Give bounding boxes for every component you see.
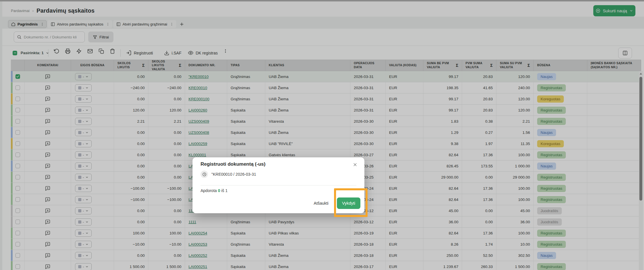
modal-title: Registruoti dokumentą (-us) [201,161,266,167]
app-window: Pardavimai › Pardavimų sąskaitos Sukurti… [0,0,644,270]
modal-divider [201,185,356,185]
modal-backdrop[interactable] [0,0,644,270]
pending-clock-icon [201,171,208,178]
document-queue-item: "KRE00010 / 2026-03-31 [201,171,256,178]
progress-text: Apdorota 0 iš 1 [201,188,227,193]
document-item-label: "KRE00010 / 2026-03-31 [211,172,256,177]
close-icon[interactable] [352,161,358,168]
cancel-button[interactable]: Atšaukti [309,197,334,209]
highlight-annotation [334,188,368,217]
